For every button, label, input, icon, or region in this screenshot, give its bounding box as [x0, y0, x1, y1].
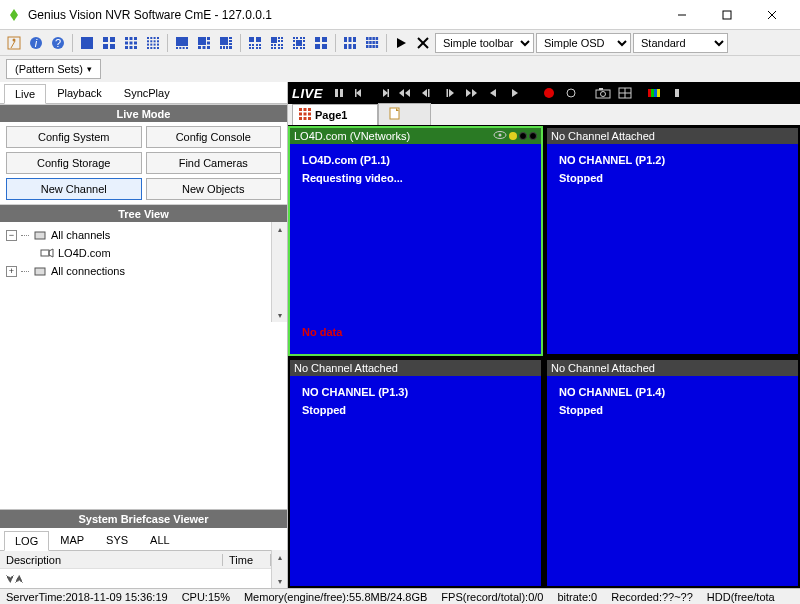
- expand-icon[interactable]: +: [6, 266, 17, 277]
- log-tab-all[interactable]: ALL: [139, 530, 181, 550]
- svg-rect-66: [252, 47, 254, 49]
- play-icon[interactable]: [391, 33, 411, 53]
- standard-select[interactable]: Standard: [633, 33, 728, 53]
- scroll-up-icon[interactable]: ▴: [272, 222, 287, 236]
- config-system-button[interactable]: Config System: [6, 126, 142, 148]
- record-alt-icon[interactable]: [561, 84, 581, 102]
- svg-rect-27: [157, 37, 159, 39]
- svg-rect-81: [281, 47, 283, 49]
- tree-scrollbar[interactable]: ▴ ▾: [271, 222, 287, 322]
- log-col-time[interactable]: Time: [223, 554, 271, 566]
- status-server-time: ServerTime:2018-11-09 15:36:19: [6, 591, 168, 603]
- tree-channel-item[interactable]: LO4D.com: [6, 244, 265, 262]
- log-row-toggle[interactable]: ⮟⮝: [0, 568, 271, 588]
- pause-icon[interactable]: [329, 84, 349, 102]
- prev-icon[interactable]: [483, 84, 503, 102]
- svg-text:?: ?: [55, 36, 61, 48]
- layout-n5-icon[interactable]: [194, 33, 214, 53]
- svg-rect-46: [207, 37, 210, 40]
- svg-rect-76: [278, 44, 280, 46]
- layout-n16-icon[interactable]: [311, 33, 331, 53]
- toolbar-mode-select[interactable]: Simple toolbar: [435, 33, 534, 53]
- pattern-sets-button[interactable]: (Pattern Sets) ▾: [6, 59, 101, 79]
- svg-rect-99: [344, 37, 347, 42]
- svg-rect-31: [157, 40, 159, 42]
- next-icon[interactable]: [505, 84, 525, 102]
- svg-rect-90: [303, 44, 305, 46]
- page-tab-1[interactable]: Page1: [292, 104, 378, 125]
- skip-back-icon[interactable]: [351, 84, 371, 102]
- exit-icon[interactable]: [4, 33, 24, 53]
- bar-extra-icon[interactable]: [667, 84, 687, 102]
- tree-all-connections[interactable]: + All connections: [6, 262, 265, 280]
- log-scrollbar[interactable]: ▴ ▾: [271, 550, 287, 588]
- svg-rect-20: [134, 41, 137, 44]
- step-back-icon[interactable]: [417, 84, 437, 102]
- new-channel-button[interactable]: New Channel: [6, 178, 142, 200]
- page-tab-new[interactable]: [378, 103, 431, 125]
- svg-rect-69: [271, 37, 277, 43]
- log-tab-map[interactable]: MAP: [49, 530, 95, 550]
- scroll-down-icon[interactable]: ▾: [272, 308, 287, 322]
- svg-rect-142: [308, 108, 311, 111]
- svg-rect-62: [252, 44, 254, 46]
- collapse-icon[interactable]: −: [6, 230, 17, 241]
- svg-rect-82: [293, 37, 295, 39]
- rewind-icon[interactable]: [395, 84, 415, 102]
- log-tab-log[interactable]: LOG: [4, 531, 49, 551]
- layout-4x6-icon[interactable]: [362, 33, 382, 53]
- log-col-description[interactable]: Description: [0, 554, 223, 566]
- svg-rect-136: [651, 89, 654, 97]
- close-button[interactable]: [749, 0, 794, 29]
- minimize-button[interactable]: [659, 0, 704, 29]
- osd-mode-select[interactable]: Simple OSD: [536, 33, 631, 53]
- snapshot-icon[interactable]: [593, 84, 613, 102]
- fastfwd-icon[interactable]: [461, 84, 481, 102]
- layout-3x6-icon[interactable]: [340, 33, 360, 53]
- svg-rect-87: [296, 40, 302, 46]
- right-panel: LIVE Page1: [288, 82, 800, 588]
- video-cell-4[interactable]: No Channel Attached NO CHANNEL (P1.4) St…: [545, 358, 800, 588]
- layout-4-icon[interactable]: [99, 33, 119, 53]
- layout-n6-icon[interactable]: [216, 33, 236, 53]
- layout-1-icon[interactable]: [77, 33, 97, 53]
- svg-rect-107: [372, 37, 375, 40]
- info-icon[interactable]: i: [26, 33, 46, 53]
- skip-fwd-icon[interactable]: [373, 84, 393, 102]
- svg-rect-92: [296, 47, 298, 49]
- svg-rect-111: [372, 41, 375, 44]
- record-icon[interactable]: [539, 84, 559, 102]
- video-cell-1[interactable]: LO4D.com (VNetworks) LO4D.com (P1.1) Req…: [288, 126, 543, 356]
- config-storage-button[interactable]: Config Storage: [6, 152, 142, 174]
- maximize-button[interactable]: [704, 0, 749, 29]
- stop-x-icon[interactable]: [413, 33, 433, 53]
- layout-16-icon[interactable]: [143, 33, 163, 53]
- tab-playback[interactable]: Playback: [46, 83, 113, 103]
- video-cell-2[interactable]: No Channel Attached NO CHANNEL (P1.2) St…: [545, 126, 800, 356]
- tab-live[interactable]: Live: [4, 84, 46, 104]
- svg-rect-10: [81, 37, 93, 49]
- layout-9-icon[interactable]: [121, 33, 141, 53]
- find-cameras-button[interactable]: Find Cameras: [146, 152, 282, 174]
- layout-n8-icon[interactable]: [245, 33, 265, 53]
- color-bars-icon[interactable]: [645, 84, 665, 102]
- scroll-down-icon[interactable]: ▾: [272, 574, 287, 588]
- tab-syncplay[interactable]: SyncPlay: [113, 83, 181, 103]
- new-objects-button[interactable]: New Objects: [146, 178, 282, 200]
- step-fwd-icon[interactable]: [439, 84, 459, 102]
- svg-rect-79: [274, 47, 276, 49]
- layout-n4-icon[interactable]: [172, 33, 192, 53]
- log-tab-sys[interactable]: SYS: [95, 530, 139, 550]
- scroll-up-icon[interactable]: ▴: [272, 550, 287, 564]
- svg-rect-50: [207, 46, 210, 49]
- grid-tool-icon[interactable]: [615, 84, 635, 102]
- tree-all-channels[interactable]: − All channels: [6, 226, 265, 244]
- layout-n12-icon[interactable]: [267, 33, 287, 53]
- config-console-button[interactable]: Config Console: [146, 126, 282, 148]
- video-cell-3[interactable]: No Channel Attached NO CHANNEL (P1.3) St…: [288, 358, 543, 588]
- help-icon[interactable]: ?: [48, 33, 68, 53]
- svg-rect-125: [387, 89, 389, 97]
- svg-point-128: [567, 89, 575, 97]
- layout-n13-icon[interactable]: [289, 33, 309, 53]
- connections-icon: [33, 264, 47, 278]
